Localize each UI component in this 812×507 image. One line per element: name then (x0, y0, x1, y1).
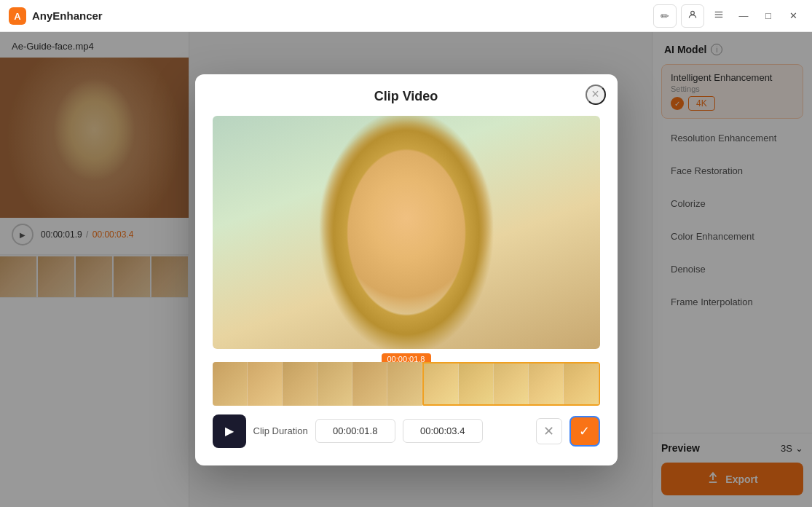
clip-video-modal: × Clip Video 00:00:01.8 (195, 74, 618, 465)
modal-overlay: × Clip Video 00:00:01.8 (0, 32, 812, 507)
timeline-thumb-6 (387, 362, 422, 406)
app-logo: A (9, 7, 26, 25)
title-bar-left: A AnyEnhancer (9, 7, 103, 25)
clip-duration-label: Clip Duration (253, 425, 308, 436)
cancel-icon: ✕ (543, 423, 554, 439)
maximize-button[interactable]: □ (758, 6, 779, 26)
title-bar-right: ✏ — □ ✕ (653, 4, 803, 28)
modal-cancel-button[interactable]: ✕ (536, 418, 562, 444)
time-start-input[interactable] (315, 419, 395, 443)
timeline-thumb-2 (248, 362, 283, 406)
edit-button[interactable]: ✏ (653, 4, 677, 28)
menu-button[interactable] (709, 6, 729, 26)
confirm-icon: ✓ (579, 423, 590, 439)
modal-play-icon: ▶ (225, 424, 234, 438)
svg-text:A: A (14, 11, 21, 22)
modal-video-face (213, 116, 600, 349)
close-icon: ✕ (789, 10, 797, 21)
modal-controls: ▶ Clip Duration ✕ ✓ (213, 414, 600, 448)
maximize-icon: □ (765, 10, 771, 21)
title-bar: A AnyEnhancer ✏ — □ (0, 0, 812, 32)
sel-thumb-4 (529, 363, 564, 404)
modal-close-icon: × (591, 87, 599, 102)
menu-icon (714, 9, 724, 22)
svg-point-2 (691, 11, 695, 15)
timeline-thumb-5 (352, 362, 387, 406)
timeline-thumb-4 (318, 362, 352, 406)
sel-thumb-3 (494, 363, 529, 404)
sel-thumb-5 (564, 363, 599, 404)
user-button[interactable] (681, 4, 704, 28)
timeline-left (213, 362, 422, 406)
modal-play-button[interactable]: ▶ (213, 414, 246, 448)
minimize-icon: — (739, 10, 749, 21)
close-button[interactable]: ✕ (783, 6, 803, 26)
user-icon (687, 9, 698, 22)
timeline-thumb-3 (283, 362, 318, 406)
time-end-input[interactable] (403, 419, 483, 443)
modal-title: Clip Video (213, 89, 600, 104)
sel-thumb-1 (424, 363, 459, 404)
minimize-button[interactable]: — (733, 6, 754, 26)
edit-icon: ✏ (661, 10, 669, 22)
modal-video-area (213, 116, 600, 349)
timeline-thumb-1 (213, 362, 248, 406)
timeline-container: 00:00:01.8 (213, 362, 600, 406)
sel-thumb-2 (459, 363, 494, 404)
timeline-selected[interactable] (422, 362, 600, 406)
app-title: AnyEnhancer (32, 9, 103, 22)
modal-confirm-button[interactable]: ✓ (569, 416, 600, 447)
modal-close-button[interactable]: × (586, 84, 606, 105)
timeline-bar[interactable] (213, 362, 600, 406)
